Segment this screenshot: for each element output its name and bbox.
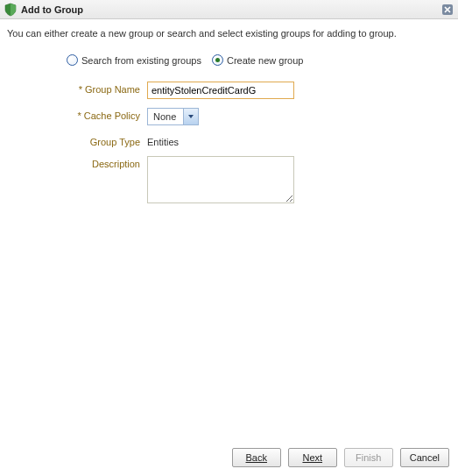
back-button[interactable]: Back — [232, 448, 281, 467]
titlebar: Add to Group — [0, 0, 458, 19]
radio-label: Create new group — [227, 55, 303, 66]
radio-create-new[interactable]: Create new group — [212, 54, 303, 66]
select-value: None — [148, 111, 183, 122]
form: * Group Name * Cache Policy None G — [33, 82, 451, 205]
radio-search-existing[interactable]: Search from existing groups — [67, 54, 201, 66]
finish-button: Finish — [344, 448, 393, 467]
next-button[interactable]: Next — [288, 448, 337, 467]
row-cache-policy: * Cache Policy None — [33, 108, 451, 125]
group-type-value: Entities — [147, 134, 451, 147]
content-area: You can either create a new group or sea… — [0, 19, 458, 205]
radio-label: Search from existing groups — [81, 55, 201, 66]
close-icon[interactable] — [440, 3, 454, 17]
label-group-name: * Group Name — [33, 82, 147, 95]
window-title: Add to Group — [21, 4, 440, 15]
button-bar: Back Next Finish Cancel — [232, 448, 449, 467]
cache-policy-select[interactable]: None — [147, 108, 199, 125]
instruction-text: You can either create a new group or sea… — [7, 28, 451, 39]
cancel-button[interactable]: Cancel — [400, 448, 449, 467]
chevron-down-icon — [183, 109, 198, 124]
group-name-input[interactable] — [147, 82, 294, 99]
description-textarea[interactable] — [147, 156, 294, 203]
row-group-type: Group Type Entities — [33, 134, 451, 147]
label-description: Description — [33, 156, 147, 169]
radio-icon — [67, 54, 78, 66]
label-group-type: Group Type — [33, 134, 147, 147]
label-cache-policy: * Cache Policy — [33, 108, 147, 121]
app-icon — [4, 3, 18, 17]
row-description: Description — [33, 156, 451, 205]
radio-group: Search from existing groups Create new g… — [67, 54, 451, 66]
radio-icon — [212, 54, 223, 66]
row-group-name: * Group Name — [33, 82, 451, 99]
